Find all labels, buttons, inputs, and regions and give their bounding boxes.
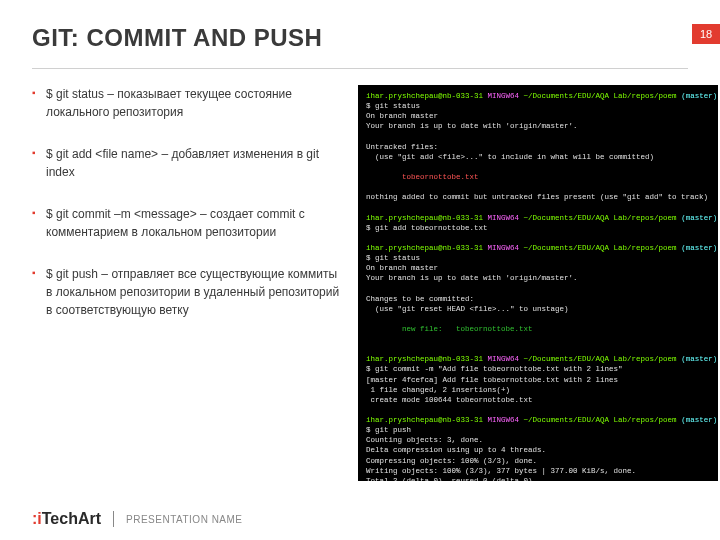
logo: :iTechArt bbox=[32, 510, 101, 528]
list-item: $ git commit –m <message> – создает comm… bbox=[32, 205, 342, 241]
footer-text: PRESENTATION NAME bbox=[126, 514, 242, 525]
page-number-badge: 18 bbox=[692, 24, 720, 44]
list-item: $ git add <file name> – добавляет измене… bbox=[32, 145, 342, 181]
separator bbox=[113, 511, 114, 527]
list-item: $ git push – отправляет все существующие… bbox=[32, 265, 342, 319]
list-item: $ git status – показывает текущее состоя… bbox=[32, 85, 342, 121]
page-title: GIT: COMMIT AND PUSH bbox=[32, 24, 688, 52]
terminal-screenshot: ihar.pryshchepau@nb-033-31 MINGW64 ~/Doc… bbox=[358, 85, 718, 481]
bullet-list-pane: $ git status – показывает текущее состоя… bbox=[32, 85, 342, 481]
